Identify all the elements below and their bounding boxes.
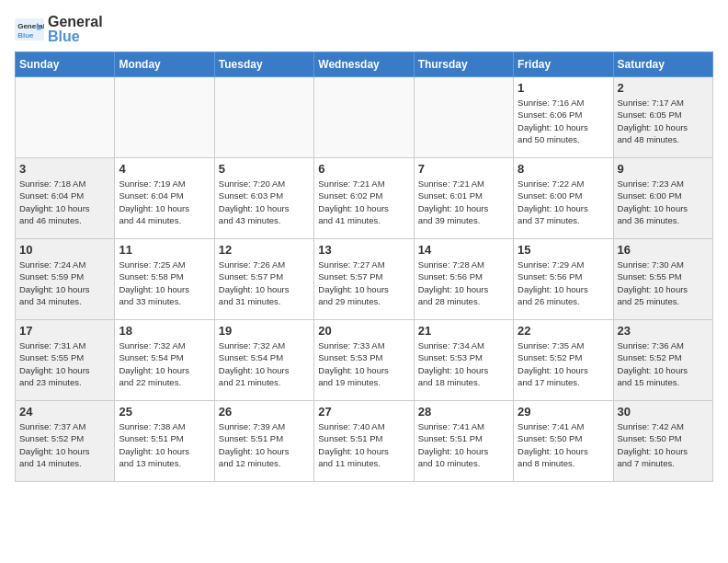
calendar-cell: 7Sunrise: 7:21 AM Sunset: 6:01 PM Daylig… — [414, 158, 513, 239]
day-number: 6 — [318, 162, 409, 176]
day-info: Sunrise: 7:42 AM Sunset: 5:50 PM Dayligh… — [618, 420, 709, 469]
calendar-cell: 17Sunrise: 7:31 AM Sunset: 5:55 PM Dayli… — [16, 320, 115, 401]
day-info: Sunrise: 7:41 AM Sunset: 5:50 PM Dayligh… — [518, 420, 609, 469]
day-number: 8 — [518, 162, 609, 176]
day-info: Sunrise: 7:33 AM Sunset: 5:53 PM Dayligh… — [318, 339, 409, 388]
logo-icon: General Blue — [15, 18, 44, 40]
calendar-cell: 21Sunrise: 7:34 AM Sunset: 5:53 PM Dayli… — [414, 320, 513, 401]
day-number: 17 — [19, 324, 110, 338]
day-info: Sunrise: 7:25 AM Sunset: 5:58 PM Dayligh… — [119, 259, 210, 307]
calendar-cell: 11Sunrise: 7:25 AM Sunset: 5:58 PM Dayli… — [115, 239, 214, 320]
day-number: 12 — [219, 243, 310, 257]
calendar-cell: 26Sunrise: 7:39 AM Sunset: 5:51 PM Dayli… — [214, 401, 313, 482]
weekday-header-tuesday: Tuesday — [214, 52, 313, 77]
svg-text:Blue: Blue — [17, 31, 34, 40]
weekday-header-monday: Monday — [115, 52, 214, 77]
weekday-header-sunday: Sunday — [16, 52, 115, 77]
calendar-cell: 25Sunrise: 7:38 AM Sunset: 5:51 PM Dayli… — [115, 401, 214, 482]
calendar-cell: 2Sunrise: 7:17 AM Sunset: 6:05 PM Daylig… — [613, 77, 712, 158]
calendar-cell: 16Sunrise: 7:30 AM Sunset: 5:55 PM Dayli… — [613, 239, 712, 320]
day-number: 29 — [518, 405, 609, 419]
calendar-cell: 8Sunrise: 7:22 AM Sunset: 6:00 PM Daylig… — [514, 158, 613, 239]
day-number: 2 — [618, 81, 709, 95]
day-info: Sunrise: 7:17 AM Sunset: 6:05 PM Dayligh… — [618, 97, 709, 145]
calendar-table: SundayMondayTuesdayWednesdayThursdayFrid… — [15, 52, 713, 482]
calendar-cell: 5Sunrise: 7:20 AM Sunset: 6:03 PM Daylig… — [214, 158, 313, 239]
day-info: Sunrise: 7:29 AM Sunset: 5:56 PM Dayligh… — [518, 259, 609, 307]
calendar-cell: 19Sunrise: 7:32 AM Sunset: 5:54 PM Dayli… — [214, 320, 313, 401]
day-info: Sunrise: 7:38 AM Sunset: 5:51 PM Dayligh… — [119, 420, 210, 469]
calendar-cell — [115, 77, 214, 158]
day-number: 3 — [19, 162, 110, 176]
day-info: Sunrise: 7:16 AM Sunset: 6:06 PM Dayligh… — [518, 97, 609, 145]
day-number: 26 — [219, 405, 310, 419]
day-number: 13 — [318, 243, 409, 257]
day-number: 30 — [618, 405, 709, 419]
calendar-cell: 6Sunrise: 7:21 AM Sunset: 6:02 PM Daylig… — [314, 158, 414, 239]
day-number: 10 — [19, 243, 110, 257]
day-number: 11 — [119, 243, 210, 257]
calendar-cell: 28Sunrise: 7:41 AM Sunset: 5:51 PM Dayli… — [414, 401, 513, 482]
calendar-cell: 1Sunrise: 7:16 AM Sunset: 6:06 PM Daylig… — [514, 77, 613, 158]
calendar-cell: 30Sunrise: 7:42 AM Sunset: 5:50 PM Dayli… — [613, 401, 712, 482]
day-number: 14 — [418, 243, 509, 257]
day-info: Sunrise: 7:32 AM Sunset: 5:54 PM Dayligh… — [219, 339, 310, 388]
day-info: Sunrise: 7:21 AM Sunset: 6:01 PM Dayligh… — [418, 178, 509, 226]
day-number: 18 — [119, 324, 210, 338]
day-info: Sunrise: 7:22 AM Sunset: 6:00 PM Dayligh… — [518, 178, 609, 226]
calendar-cell: 13Sunrise: 7:27 AM Sunset: 5:57 PM Dayli… — [314, 239, 414, 320]
calendar-cell: 15Sunrise: 7:29 AM Sunset: 5:56 PM Dayli… — [514, 239, 613, 320]
day-number: 7 — [418, 162, 509, 176]
calendar-cell: 29Sunrise: 7:41 AM Sunset: 5:50 PM Dayli… — [514, 401, 613, 482]
day-info: Sunrise: 7:18 AM Sunset: 6:04 PM Dayligh… — [19, 178, 110, 226]
day-number: 20 — [318, 324, 409, 338]
calendar-cell: 3Sunrise: 7:18 AM Sunset: 6:04 PM Daylig… — [16, 158, 115, 239]
logo: General Blue General Blue — [15, 15, 103, 44]
day-info: Sunrise: 7:20 AM Sunset: 6:03 PM Dayligh… — [219, 178, 310, 226]
calendar-cell: 14Sunrise: 7:28 AM Sunset: 5:56 PM Dayli… — [414, 239, 513, 320]
day-info: Sunrise: 7:24 AM Sunset: 5:59 PM Dayligh… — [19, 259, 110, 307]
day-number: 24 — [19, 405, 110, 419]
day-info: Sunrise: 7:31 AM Sunset: 5:55 PM Dayligh… — [19, 339, 110, 388]
logo-general-text: General — [48, 15, 103, 29]
weekday-header-wednesday: Wednesday — [314, 52, 414, 77]
calendar-cell: 18Sunrise: 7:32 AM Sunset: 5:54 PM Dayli… — [115, 320, 214, 401]
day-number: 25 — [119, 405, 210, 419]
day-number: 21 — [418, 324, 509, 338]
day-info: Sunrise: 7:40 AM Sunset: 5:51 PM Dayligh… — [318, 420, 409, 469]
weekday-header-friday: Friday — [514, 52, 613, 77]
day-info: Sunrise: 7:39 AM Sunset: 5:51 PM Dayligh… — [219, 420, 310, 469]
day-info: Sunrise: 7:23 AM Sunset: 6:00 PM Dayligh… — [618, 178, 709, 226]
day-number: 19 — [219, 324, 310, 338]
day-number: 5 — [219, 162, 310, 176]
weekday-header-saturday: Saturday — [613, 52, 712, 77]
day-info: Sunrise: 7:28 AM Sunset: 5:56 PM Dayligh… — [418, 259, 509, 307]
day-info: Sunrise: 7:36 AM Sunset: 5:52 PM Dayligh… — [618, 339, 709, 388]
day-info: Sunrise: 7:30 AM Sunset: 5:55 PM Dayligh… — [618, 259, 709, 307]
logo-blue-text: Blue — [48, 29, 103, 44]
day-info: Sunrise: 7:26 AM Sunset: 5:57 PM Dayligh… — [219, 259, 310, 307]
day-info: Sunrise: 7:34 AM Sunset: 5:53 PM Dayligh… — [418, 339, 509, 388]
day-number: 15 — [518, 243, 609, 257]
calendar-cell: 4Sunrise: 7:19 AM Sunset: 6:04 PM Daylig… — [115, 158, 214, 239]
calendar-cell: 27Sunrise: 7:40 AM Sunset: 5:51 PM Dayli… — [314, 401, 414, 482]
calendar-cell — [214, 77, 313, 158]
calendar-cell: 22Sunrise: 7:35 AM Sunset: 5:52 PM Dayli… — [514, 320, 613, 401]
calendar-cell: 24Sunrise: 7:37 AM Sunset: 5:52 PM Dayli… — [16, 401, 115, 482]
calendar-cell — [414, 77, 513, 158]
day-info: Sunrise: 7:41 AM Sunset: 5:51 PM Dayligh… — [418, 420, 509, 469]
calendar-cell — [16, 77, 115, 158]
day-number: 28 — [418, 405, 509, 419]
day-info: Sunrise: 7:32 AM Sunset: 5:54 PM Dayligh… — [119, 339, 210, 388]
day-number: 23 — [618, 324, 709, 338]
day-number: 4 — [119, 162, 210, 176]
day-info: Sunrise: 7:19 AM Sunset: 6:04 PM Dayligh… — [119, 178, 210, 226]
calendar-cell: 10Sunrise: 7:24 AM Sunset: 5:59 PM Dayli… — [16, 239, 115, 320]
calendar-cell: 12Sunrise: 7:26 AM Sunset: 5:57 PM Dayli… — [214, 239, 313, 320]
day-info: Sunrise: 7:37 AM Sunset: 5:52 PM Dayligh… — [19, 420, 110, 469]
day-info: Sunrise: 7:21 AM Sunset: 6:02 PM Dayligh… — [318, 178, 409, 226]
day-number: 1 — [518, 81, 609, 95]
day-number: 22 — [518, 324, 609, 338]
day-number: 16 — [618, 243, 709, 257]
calendar-cell — [314, 77, 414, 158]
